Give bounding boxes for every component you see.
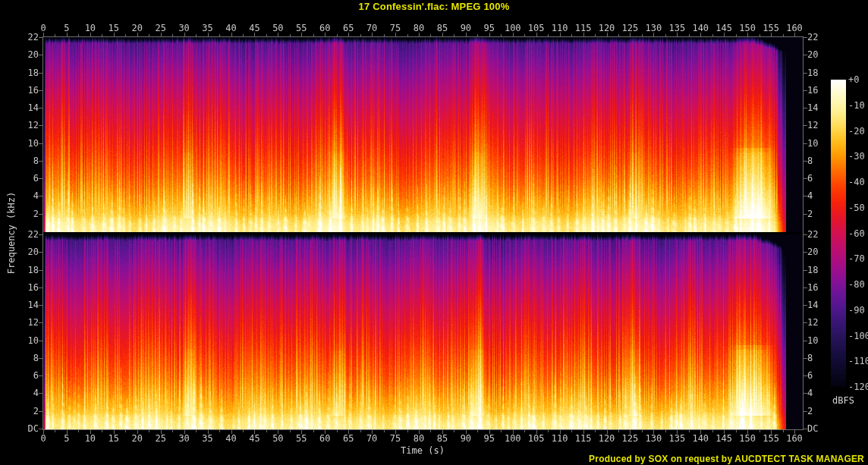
freq-tick-label-left: 10 xyxy=(14,336,39,346)
freq-tick-label-right: 22 xyxy=(807,33,832,42)
freq-tick-label-right: 18 xyxy=(807,68,832,78)
colorbar-tick-label: -40 xyxy=(848,178,868,187)
freq-tick-label-right: 4 xyxy=(807,191,832,201)
freq-tick-label-left: 12 xyxy=(14,121,39,130)
freq-tick-label-right: 16 xyxy=(807,283,832,293)
freq-tick-label-left: 20 xyxy=(14,247,39,257)
freq-tick-label-left: 10 xyxy=(14,139,39,149)
colorbar-unit-label: dBFS xyxy=(832,395,866,406)
freq-tick-label-right: 14 xyxy=(807,300,832,310)
freq-tick-label-right: 6 xyxy=(807,371,832,381)
colorbar-tick-label: -100 xyxy=(848,331,868,341)
page-title: 17 Confessin'.flac: MPEG 100% xyxy=(0,1,868,12)
freq-tick-label-left: 14 xyxy=(14,103,39,113)
freq-tick-label-left: 6 xyxy=(14,174,39,184)
freq-tick-label-left: 8 xyxy=(14,156,39,166)
freq-tick-label-right: 12 xyxy=(807,121,832,130)
freq-tick-label-left: 18 xyxy=(14,68,39,78)
freq-tick-label-right: 4 xyxy=(807,388,832,398)
freq-tick-label-left: 22 xyxy=(14,33,39,42)
freq-tick-label-dc-right: DC xyxy=(807,424,832,434)
freq-tick-label-dc-left: DC xyxy=(14,424,39,434)
colorbar-tick-label: -50 xyxy=(848,203,868,213)
freq-tick-label-left: 16 xyxy=(14,86,39,96)
freq-tick-label-left: 20 xyxy=(14,50,39,60)
x-axis-label: Time (s) xyxy=(271,445,574,456)
freq-tick-label-left: 22 xyxy=(14,230,39,240)
colorbar-tick-label: -60 xyxy=(848,229,868,239)
freq-tick-label-left: 2 xyxy=(14,407,39,416)
colorbar-tick-label: -90 xyxy=(848,306,868,316)
freq-tick-label-right: 20 xyxy=(807,247,832,257)
freq-tick-label-left: 4 xyxy=(14,191,39,201)
freq-tick-label-right: 10 xyxy=(807,139,832,149)
freq-tick-label-left: 4 xyxy=(14,388,39,398)
colorbar-tick-label: -70 xyxy=(848,254,868,264)
freq-tick-label-right: 8 xyxy=(807,353,832,363)
colorbar-tick-label: -80 xyxy=(848,280,868,290)
colorbar-tick-label: +0 xyxy=(848,75,868,85)
colorbar-tick-label: -20 xyxy=(848,127,868,137)
freq-tick-label-right: 22 xyxy=(807,230,832,240)
freq-tick-label-right: 20 xyxy=(807,50,832,60)
freq-tick-label-left: 2 xyxy=(14,209,39,219)
freq-tick-label-right: 2 xyxy=(807,209,832,219)
freq-tick-label-right: 10 xyxy=(807,336,832,346)
freq-tick-label-right: 14 xyxy=(807,103,832,113)
freq-tick-label-right: 12 xyxy=(807,318,832,328)
freq-tick-label-right: 8 xyxy=(807,156,832,166)
colorbar-tick-label: -120 xyxy=(848,382,868,392)
colorbar-tick-label: -30 xyxy=(848,152,868,162)
freq-tick-label-right: 16 xyxy=(807,86,832,96)
freq-tick-label-left: 16 xyxy=(14,283,39,293)
freq-tick-label-right: 18 xyxy=(807,265,832,275)
x-tick-label-top: 160 xyxy=(778,24,810,33)
freq-tick-label-left: 8 xyxy=(14,353,39,363)
colorbar-tick-label: -110 xyxy=(848,357,868,366)
sox-spectrogram-window: 17 Confessin'.flac: MPEG 100% Frequency … xyxy=(0,0,868,465)
freq-tick-label-left: 18 xyxy=(14,265,39,275)
colorbar-gradient xyxy=(831,80,846,387)
freq-tick-label-left: 6 xyxy=(14,371,39,381)
credit-line: Produced by SOX on request by AUCDTECT T… xyxy=(589,454,864,464)
x-tick-label-bottom: 160 xyxy=(778,434,810,444)
freq-tick-label-left: 12 xyxy=(14,318,39,328)
colorbar-tick-label: -10 xyxy=(848,101,868,111)
freq-tick-label-right: 6 xyxy=(807,174,832,184)
freq-tick-label-left: 14 xyxy=(14,300,39,310)
freq-tick-label-right: 2 xyxy=(807,407,832,416)
spectrogram-canvas xyxy=(43,37,803,429)
